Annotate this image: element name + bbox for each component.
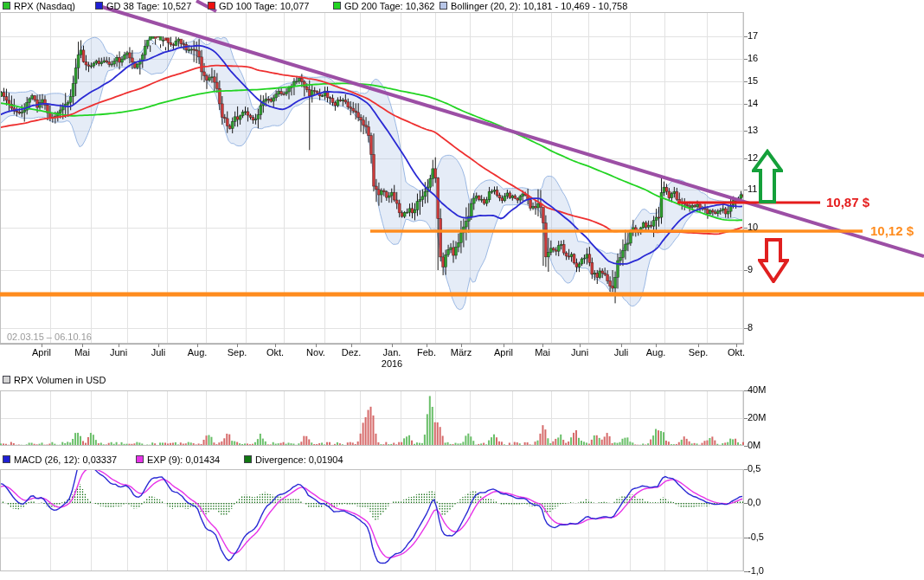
macd-legend-label: MACD (26, 12): 0,03337 xyxy=(14,454,117,465)
x-axis-month-label: Feb. xyxy=(417,347,436,358)
x-axis-month-label: Sep. xyxy=(689,347,709,358)
price-legend-swatch-icon xyxy=(3,2,10,10)
chart-canvas xyxy=(0,0,924,580)
volume-axis-tick-label: 20M xyxy=(748,412,766,422)
x-axis-month-label: Juni xyxy=(571,347,588,358)
x-axis-month-label: Juli xyxy=(151,347,166,358)
price-axis-tick-label: 8 xyxy=(748,322,753,332)
price-legend-item: GD 100 Tage: 10,077 xyxy=(208,0,309,11)
volume-legend-swatch-icon xyxy=(3,376,10,383)
x-axis-month-label: Juni xyxy=(110,347,127,358)
x-axis-month-label: Nov. xyxy=(306,347,325,358)
macd-legend-swatch-icon xyxy=(244,455,252,463)
price-legend-swatch-icon xyxy=(208,2,215,10)
macd-axis-tick-label: -1,0 xyxy=(748,565,764,576)
price-axis-tick-label: 14 xyxy=(748,98,758,108)
x-axis-month-label: Okt. xyxy=(728,347,745,358)
macd-legend-label: EXP (9): 0,01434 xyxy=(147,454,220,465)
x-axis-month-label: Mai xyxy=(535,347,550,358)
volume-axis-tick-label: 0M xyxy=(748,440,760,450)
price-legend-item: Bollinger (20, 2): 10,181 - 10,469 - 10,… xyxy=(440,0,627,11)
x-axis-month-label: April xyxy=(494,347,513,358)
price-axis-tick-label: 16 xyxy=(748,53,758,63)
price-legend-swatch-icon xyxy=(333,2,341,10)
x-axis-month-label: März xyxy=(451,347,472,358)
support-price-label: 10,12 $ xyxy=(870,223,914,238)
macd-legend-swatch-icon xyxy=(3,455,10,463)
x-axis-month-label: Okt. xyxy=(266,347,284,358)
x-axis-month-label: Juli xyxy=(614,347,629,358)
price-axis-tick-label: 9 xyxy=(748,264,753,274)
x-axis-year-label: 2016 xyxy=(382,358,402,369)
date-range-label: 02.03.15 – 06.10.16 xyxy=(7,332,92,342)
price-legend-swatch-icon xyxy=(95,2,103,10)
x-axis-month-label: Aug. xyxy=(646,347,666,358)
price-legend-item: GD 38 Tage: 10,527 xyxy=(95,0,191,11)
x-axis-month-label: Jan. xyxy=(383,347,401,358)
macd-legend-label: Divergence: 0,01904 xyxy=(255,454,343,465)
price-legend-label: GD 38 Tage: 10,527 xyxy=(106,1,191,11)
x-axis-month-label: Sep. xyxy=(228,347,247,358)
macd-axis-tick-label: 0,5 xyxy=(748,463,760,474)
price-axis-tick-label: 11 xyxy=(748,184,757,194)
macd-legend-item: Divergence: 0,01904 xyxy=(244,454,343,465)
price-legend-label: GD 200 Tage: 10,362 xyxy=(344,1,434,11)
x-axis-month-label: Dez. xyxy=(342,347,362,358)
price-axis-tick-label: 10 xyxy=(748,222,758,232)
resistance-price-label: 10,87 $ xyxy=(826,195,869,209)
price-legend-item: GD 200 Tage: 10,362 xyxy=(333,0,434,11)
macd-axis-tick-label: 0,0 xyxy=(748,497,760,507)
price-legend-swatch-icon xyxy=(440,2,447,10)
volume-legend-item: RPX Volumen in USD xyxy=(3,374,106,385)
x-axis-month-label: Aug. xyxy=(188,347,208,358)
volume-axis-tick-label: 40M xyxy=(748,384,766,395)
price-legend-label: GD 100 Tage: 10,077 xyxy=(219,1,309,11)
down-arrow-icon xyxy=(758,238,789,283)
price-legend-item: RPX (Nasdaq) xyxy=(3,0,75,11)
stock-chart-root: 02.03.15 – 06.10.16 10,87 $ 10,12 $ RPX … xyxy=(0,0,924,580)
price-axis-tick-label: 12 xyxy=(748,152,758,163)
price-legend-label: RPX (Nasdaq) xyxy=(14,1,75,11)
price-legend-label: Bollinger (20, 2): 10,181 - 10,469 - 10,… xyxy=(451,1,627,11)
macd-axis-tick-label: -0,5 xyxy=(748,532,764,542)
price-axis-tick-label: 13 xyxy=(748,125,758,135)
volume-legend-label: RPX Volumen in USD xyxy=(14,375,106,385)
macd-legend-item: MACD (26, 12): 0,03337 xyxy=(3,454,117,465)
macd-legend-item: EXP (9): 0,01434 xyxy=(136,454,220,465)
price-axis-tick-label: 15 xyxy=(748,75,758,86)
macd-legend-swatch-icon xyxy=(136,455,144,463)
price-axis-tick-label: 17 xyxy=(748,30,758,41)
x-axis-month-label: April xyxy=(32,347,51,358)
x-axis-month-label: Mai xyxy=(74,347,90,358)
